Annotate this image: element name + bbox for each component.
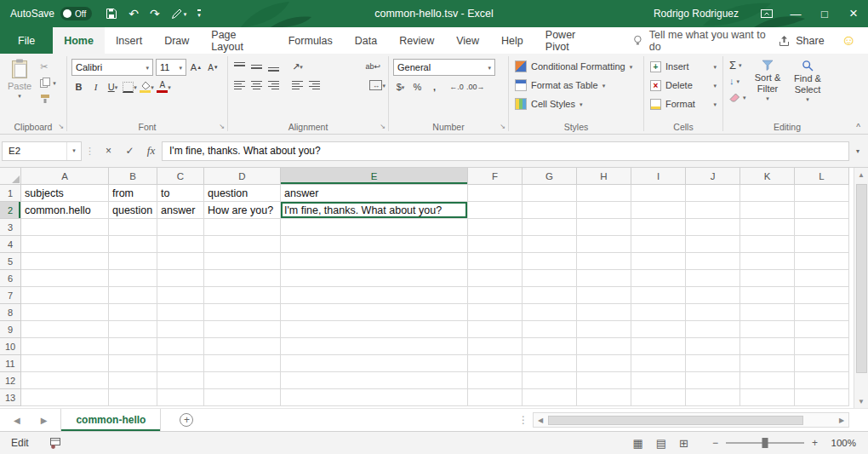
cell-L11[interactable] [795, 355, 849, 372]
user-name[interactable]: Rodrigo Rodriguez [654, 8, 739, 20]
column-header-E[interactable]: E [281, 168, 468, 185]
cell-E10[interactable] [281, 338, 468, 355]
tell-me-box[interactable]: Tell me what you want to do [632, 27, 778, 54]
cell-J7[interactable] [686, 287, 740, 304]
cell-E2[interactable]: I'm fine, thanks. What about you? [281, 202, 468, 219]
cell-H7[interactable] [577, 287, 631, 304]
cell-A10[interactable] [21, 338, 109, 355]
cell-B11[interactable] [109, 355, 157, 372]
cell-G1[interactable] [523, 185, 577, 202]
cell-D13[interactable] [204, 389, 281, 406]
cell-A3[interactable] [21, 219, 109, 236]
cell-J3[interactable] [686, 219, 740, 236]
formula-bar-handle-icon[interactable]: ⋮ [82, 146, 98, 157]
tab-home[interactable]: Home [53, 27, 105, 54]
cell-L4[interactable] [795, 236, 849, 253]
select-all-button[interactable] [0, 168, 21, 185]
cell-J12[interactable] [686, 372, 740, 389]
cell-F9[interactable] [468, 321, 523, 338]
percent-format-button[interactable]: % [410, 79, 425, 95]
horizontal-scroll-thumb[interactable] [548, 416, 803, 425]
cancel-button[interactable]: × [98, 141, 119, 161]
cell-J10[interactable] [686, 338, 740, 355]
cell-G10[interactable] [523, 338, 577, 355]
cell-G4[interactable] [523, 236, 577, 253]
cell-D4[interactable] [204, 236, 281, 253]
clipboard-dialog-launcher-icon[interactable]: ↘ [58, 124, 64, 130]
tab-page-layout[interactable]: Page Layout [200, 27, 277, 54]
next-sheet-icon[interactable]: ▶ [41, 416, 48, 425]
enter-button[interactable]: ✓ [119, 141, 140, 161]
feedback-button[interactable]: ☺ [842, 27, 856, 54]
cell-A1[interactable]: subjects [21, 185, 109, 202]
cell-K3[interactable] [740, 219, 795, 236]
cell-K2[interactable] [740, 202, 795, 219]
find-select-button[interactable]: Find & Select ▾ [788, 55, 828, 119]
cell-A12[interactable] [21, 372, 109, 389]
cell-H1[interactable] [577, 185, 631, 202]
share-button[interactable]: Share [778, 27, 824, 54]
scroll-down-icon[interactable]: ▼ [854, 394, 868, 408]
cell-C6[interactable] [157, 270, 204, 287]
cell-A8[interactable] [21, 304, 109, 321]
cell-I10[interactable] [631, 338, 686, 355]
cell-I12[interactable] [631, 372, 686, 389]
cell-E1[interactable]: answer [281, 185, 468, 202]
expand-formula-bar-icon[interactable]: ▾ [849, 147, 866, 155]
column-header-B[interactable]: B [109, 168, 157, 185]
cell-G5[interactable] [523, 253, 577, 270]
cell-K8[interactable] [740, 304, 795, 321]
tab-power-pivot[interactable]: Power Pivot [534, 27, 608, 54]
cell-G13[interactable] [523, 389, 577, 406]
zoom-out-button[interactable]: − [712, 437, 718, 449]
cell-D1[interactable]: question [204, 185, 281, 202]
cell-C4[interactable] [157, 236, 204, 253]
cell-F12[interactable] [468, 372, 523, 389]
cell-F6[interactable] [468, 270, 523, 287]
format-painter-button[interactable] [40, 93, 56, 105]
cell-H3[interactable] [577, 219, 631, 236]
cell-F1[interactable] [468, 185, 523, 202]
cell-H13[interactable] [577, 389, 631, 406]
cell-G2[interactable] [523, 202, 577, 219]
column-header-K[interactable]: K [740, 168, 795, 185]
normal-view-button[interactable]: ▦ [632, 437, 642, 450]
cut-button[interactable]: ✂ [40, 60, 56, 72]
cell-J13[interactable] [686, 389, 740, 406]
cell-G3[interactable] [523, 219, 577, 236]
cell-F4[interactable] [468, 236, 523, 253]
orientation-button[interactable]: ↗▾ [290, 59, 305, 74]
decrease-font-size-button[interactable]: A▼ [206, 60, 220, 75]
tab-splitter-icon[interactable]: ⋮ [514, 409, 533, 431]
horizontal-scrollbar[interactable]: ◀ ▶ [533, 412, 849, 428]
cell-D11[interactable] [204, 355, 281, 372]
cell-H8[interactable] [577, 304, 631, 321]
cell-B4[interactable] [109, 236, 157, 253]
cell-K9[interactable] [740, 321, 795, 338]
italic-button[interactable]: I [89, 79, 103, 95]
row-header-1[interactable]: 1 [0, 185, 21, 202]
cell-I9[interactable] [631, 321, 686, 338]
cell-I3[interactable] [631, 219, 686, 236]
cell-F10[interactable] [468, 338, 523, 355]
cell-L2[interactable] [795, 202, 849, 219]
increase-font-size-button[interactable]: A▲ [189, 60, 203, 75]
cell-K4[interactable] [740, 236, 795, 253]
column-header-I[interactable]: I [631, 168, 686, 185]
column-header-L[interactable]: L [795, 168, 849, 185]
cell-F7[interactable] [468, 287, 523, 304]
cell-E5[interactable] [281, 253, 468, 270]
minimize-button[interactable]: — [781, 0, 810, 27]
cell-E4[interactable] [281, 236, 468, 253]
cell-B7[interactable] [109, 287, 157, 304]
cell-K11[interactable] [740, 355, 795, 372]
cell-I2[interactable] [631, 202, 686, 219]
comma-format-button[interactable]: , [427, 79, 442, 95]
cell-B6[interactable] [109, 270, 157, 287]
cell-I5[interactable] [631, 253, 686, 270]
cell-E9[interactable] [281, 321, 468, 338]
cell-K5[interactable] [740, 253, 795, 270]
fill-button[interactable]: ↓▾ [729, 75, 746, 87]
cell-E13[interactable] [281, 389, 468, 406]
page-break-view-button[interactable]: ⊞ [679, 437, 688, 450]
